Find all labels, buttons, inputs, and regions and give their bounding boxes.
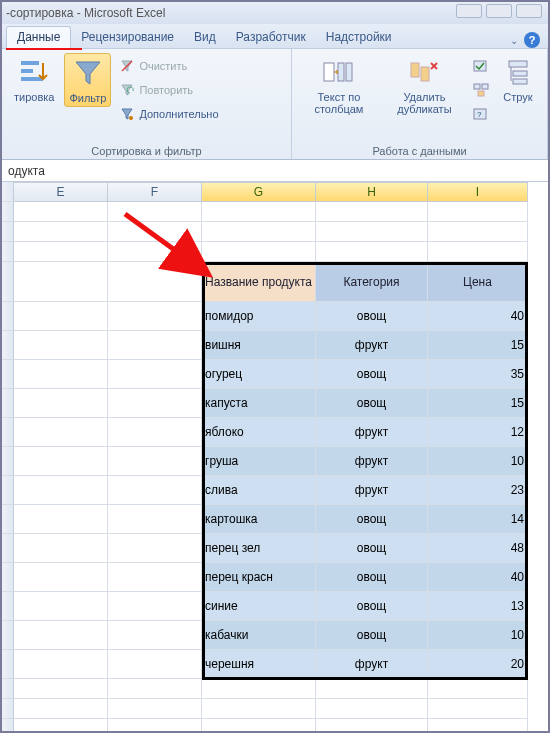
cell-category[interactable]: фрукт (316, 650, 428, 679)
row-header[interactable] (2, 650, 14, 679)
cell-price[interactable]: 13 (428, 592, 528, 621)
row-header[interactable] (2, 262, 14, 302)
cell[interactable] (14, 202, 108, 222)
filter-button[interactable]: Фильтр (64, 53, 111, 107)
cell[interactable] (202, 202, 316, 222)
col-header-H[interactable]: H (316, 182, 428, 202)
cell-category[interactable]: овощ (316, 534, 428, 563)
tab-review[interactable]: Рецензирование (71, 27, 184, 48)
row-header[interactable] (2, 302, 14, 331)
cell[interactable] (14, 222, 108, 242)
cell[interactable] (316, 719, 428, 733)
cell[interactable] (14, 389, 108, 418)
cell-price[interactable]: 40 (428, 563, 528, 592)
cell[interactable] (108, 202, 202, 222)
cell[interactable] (14, 331, 108, 360)
col-header-E[interactable]: E (14, 182, 108, 202)
consolidate-button[interactable] (471, 81, 491, 99)
cell[interactable] (108, 699, 202, 719)
text-to-columns-button[interactable]: Текст по столбцам (300, 53, 378, 117)
formula-bar[interactable]: одукта (2, 160, 548, 182)
cell[interactable] (14, 679, 108, 699)
reapply-filter-button[interactable]: Повторить (117, 81, 220, 99)
cell[interactable] (428, 699, 528, 719)
cell[interactable] (202, 242, 316, 262)
cell-product-name[interactable]: груша (202, 447, 316, 476)
cell-category[interactable]: овощ (316, 621, 428, 650)
data-validation-button[interactable] (471, 57, 491, 75)
row-header[interactable] (2, 699, 14, 719)
cell[interactable] (108, 447, 202, 476)
cell[interactable] (108, 505, 202, 534)
cell-category[interactable]: овощ (316, 302, 428, 331)
cell-product-name[interactable]: черешня (202, 650, 316, 679)
cell[interactable] (428, 719, 528, 733)
cell-product-name[interactable]: слива (202, 476, 316, 505)
cell[interactable] (14, 476, 108, 505)
table-header-category[interactable]: Категория (316, 262, 428, 302)
tab-addins[interactable]: Надстройки (316, 27, 402, 48)
cell-price[interactable]: 40 (428, 302, 528, 331)
cell-price[interactable]: 10 (428, 447, 528, 476)
cell[interactable] (14, 418, 108, 447)
row-header[interactable] (2, 476, 14, 505)
cell[interactable] (14, 534, 108, 563)
maximize-button[interactable] (486, 4, 512, 18)
cell-category[interactable]: фрукт (316, 418, 428, 447)
cell-category[interactable]: овощ (316, 592, 428, 621)
tab-view[interactable]: Вид (184, 27, 226, 48)
cell[interactable] (108, 679, 202, 699)
cell[interactable] (108, 302, 202, 331)
cell[interactable] (14, 699, 108, 719)
cell[interactable] (108, 621, 202, 650)
cell[interactable] (14, 242, 108, 262)
row-header[interactable] (2, 202, 14, 222)
cell-product-name[interactable]: помидор (202, 302, 316, 331)
cell[interactable] (316, 699, 428, 719)
cell[interactable] (428, 242, 528, 262)
cell[interactable] (108, 592, 202, 621)
whatif-button[interactable]: ? (471, 105, 491, 123)
sort-button[interactable]: тировка (10, 53, 58, 105)
cell[interactable] (14, 650, 108, 679)
cell-product-name[interactable]: яблоко (202, 418, 316, 447)
col-header-F[interactable]: F (108, 182, 202, 202)
row-header[interactable] (2, 563, 14, 592)
cell-category[interactable]: овощ (316, 360, 428, 389)
cell[interactable] (108, 360, 202, 389)
row-header[interactable] (2, 534, 14, 563)
cell-product-name[interactable]: огурец (202, 360, 316, 389)
row-header[interactable] (2, 679, 14, 699)
cell[interactable] (14, 563, 108, 592)
cell[interactable] (108, 418, 202, 447)
cell[interactable] (202, 699, 316, 719)
cell[interactable] (108, 719, 202, 733)
cell-product-name[interactable]: картошка (202, 505, 316, 534)
row-header[interactable] (2, 331, 14, 360)
close-button[interactable] (516, 4, 542, 18)
table-header-price[interactable]: Цена (428, 262, 528, 302)
cell-price[interactable]: 23 (428, 476, 528, 505)
cell[interactable] (14, 302, 108, 331)
col-header-G[interactable]: G (202, 182, 316, 202)
cell[interactable] (428, 202, 528, 222)
cell[interactable] (14, 621, 108, 650)
help-icon[interactable]: ? (524, 32, 540, 48)
cell[interactable] (108, 242, 202, 262)
cell[interactable] (316, 242, 428, 262)
cell[interactable] (316, 202, 428, 222)
cell-product-name[interactable]: перец красн (202, 563, 316, 592)
cell[interactable] (14, 447, 108, 476)
cell-category[interactable]: фрукт (316, 331, 428, 360)
row-header[interactable] (2, 592, 14, 621)
row-header[interactable] (2, 222, 14, 242)
cell[interactable] (14, 719, 108, 733)
cell[interactable] (428, 222, 528, 242)
cell-price[interactable]: 35 (428, 360, 528, 389)
cell-product-name[interactable]: вишня (202, 331, 316, 360)
row-header[interactable] (2, 360, 14, 389)
cell-category[interactable]: фрукт (316, 447, 428, 476)
cell[interactable] (108, 389, 202, 418)
cell-product-name[interactable]: синие (202, 592, 316, 621)
row-header[interactable] (2, 505, 14, 534)
